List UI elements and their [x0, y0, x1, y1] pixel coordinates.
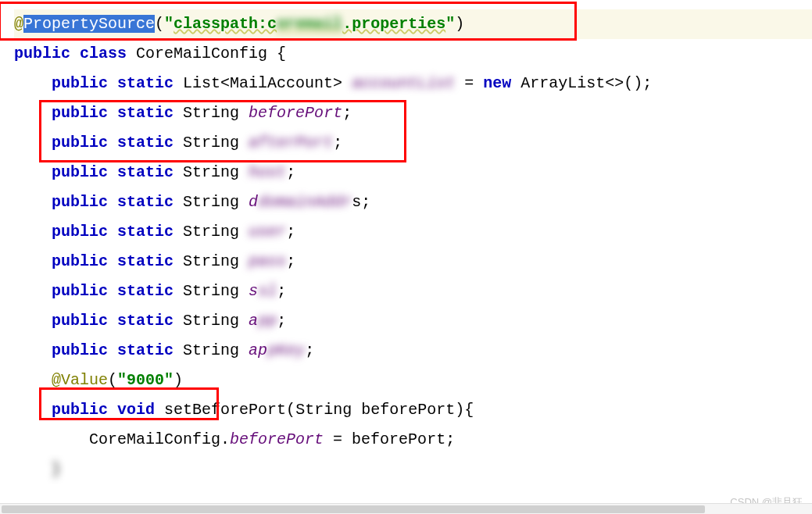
keyword-new: new — [483, 74, 511, 92]
code-line[interactable]: CoreMailConfig.beforePort = beforePort; — [14, 425, 812, 455]
code-line[interactable]: public static String appKey; — [14, 336, 812, 366]
keyword-public: public — [52, 74, 108, 92]
type: String — [183, 252, 239, 270]
field-blurred: domainAddr — [258, 193, 352, 211]
code-line[interactable]: } — [14, 455, 812, 484]
string-quote: " — [164, 371, 173, 389]
brace: { — [464, 401, 474, 419]
keyword-static: static — [117, 134, 173, 152]
param-type: String — [295, 401, 352, 419]
paren: ( — [108, 371, 117, 389]
code-line[interactable]: public static List<MailAccount> accountL… — [14, 69, 812, 98]
equals: = — [324, 430, 352, 448]
type: String — [183, 163, 239, 181]
code-line[interactable]: public static String beforePort; — [14, 98, 812, 128]
string-blurred: oremail — [277, 15, 342, 33]
code-line[interactable]: public static String ddomainAddrs; — [14, 187, 812, 217]
code-line[interactable]: @PropertySource("classpath:coremail.prop… — [14, 9, 812, 39]
code-line[interactable]: public static String app; — [14, 306, 812, 336]
string-quote: " — [445, 15, 455, 33]
semi: ; — [642, 74, 652, 92]
keyword-void: void — [117, 401, 155, 419]
keyword-static: static — [117, 341, 173, 359]
keyword-static: static — [117, 74, 173, 92]
param-ref: beforePort — [352, 430, 445, 448]
method-name: setBeforePort — [164, 401, 286, 419]
semi: ; — [286, 163, 295, 181]
horizontal-scrollbar[interactable] — [0, 503, 812, 514]
keyword-static: static — [117, 193, 173, 211]
keyword-static: static — [117, 223, 173, 241]
code-line[interactable]: public static String ssl; — [14, 277, 812, 306]
semi: ; — [342, 104, 352, 122]
field-ref: beforePort — [230, 430, 324, 448]
code-line[interactable]: public void setBeforePort(String beforeP… — [14, 395, 812, 425]
annotation-name: PropertySource — [23, 15, 155, 33]
code-line[interactable]: @Value("9000") — [14, 366, 812, 395]
keyword-public: public — [52, 341, 108, 359]
class-name: CoreMailConfig — [136, 45, 267, 62]
code-line[interactable]: public static String pass; — [14, 247, 812, 277]
class-ref: CoreMailConfig — [89, 430, 220, 448]
scrollbar-thumb[interactable] — [2, 505, 705, 513]
semi: ; — [286, 223, 295, 241]
code-line[interactable]: public static String host; — [14, 158, 812, 187]
field-blurred: pass — [249, 252, 286, 270]
field-name: beforePort — [249, 104, 342, 122]
type: List<MailAccount> — [183, 74, 342, 92]
semi: ; — [445, 430, 455, 448]
field-char: a — [249, 312, 258, 330]
string-quote: " — [117, 371, 127, 389]
brace: } — [52, 460, 61, 478]
keyword-static: static — [117, 252, 173, 270]
keyword-static: static — [117, 104, 173, 122]
semi: ; — [286, 252, 295, 270]
semi: ; — [305, 341, 314, 359]
field-blurred: pp — [258, 312, 277, 330]
string-value: 9000 — [127, 371, 164, 389]
type: String — [183, 104, 239, 122]
string-text: .properties — [342, 15, 445, 33]
field-blurred: accountList — [352, 74, 455, 92]
code-line[interactable]: public static String user; — [14, 217, 812, 247]
dot: . — [220, 430, 230, 448]
paren: ) — [455, 401, 464, 419]
param-name: beforePort — [361, 401, 455, 419]
keyword-public: public — [52, 193, 108, 211]
keyword-public: public — [52, 104, 108, 122]
keyword-static: static — [117, 282, 173, 300]
string-text: classpath:c — [173, 15, 277, 33]
brace: { — [277, 45, 286, 62]
keyword-static: static — [117, 163, 173, 181]
type: String — [183, 134, 239, 152]
field-blurred: user — [249, 223, 286, 241]
field-blurred: host — [249, 163, 286, 181]
field-char: ap — [249, 341, 267, 359]
equals: = — [464, 74, 474, 92]
keyword-public: public — [52, 134, 108, 152]
code-line[interactable]: public static String afterPort; — [14, 128, 812, 158]
field-blurred: pKey — [267, 341, 305, 359]
field-char: d — [249, 193, 258, 211]
annotation-at: @ — [14, 15, 23, 33]
annotation-at: @ — [52, 371, 61, 389]
keyword-static: static — [117, 312, 173, 330]
keyword-public: public — [14, 45, 70, 62]
keyword-public: public — [52, 282, 108, 300]
keyword-public: public — [52, 223, 108, 241]
keyword-public: public — [52, 312, 108, 330]
code-editor[interactable]: @PropertySource("classpath:coremail.prop… — [0, 0, 812, 484]
field-blurred: afterPort — [249, 134, 333, 152]
field-blurred: sl — [258, 282, 277, 300]
type: String — [183, 282, 239, 300]
type: String — [183, 312, 239, 330]
field-char: s — [249, 282, 258, 300]
keyword-public: public — [52, 252, 108, 270]
type: String — [183, 341, 239, 359]
keyword-public: public — [52, 163, 108, 181]
keyword-class: class — [80, 45, 127, 62]
semi: ; — [277, 312, 286, 330]
code-line[interactable]: public class CoreMailConfig { — [14, 39, 812, 69]
semi: ; — [333, 134, 342, 152]
paren: ( — [286, 401, 295, 419]
